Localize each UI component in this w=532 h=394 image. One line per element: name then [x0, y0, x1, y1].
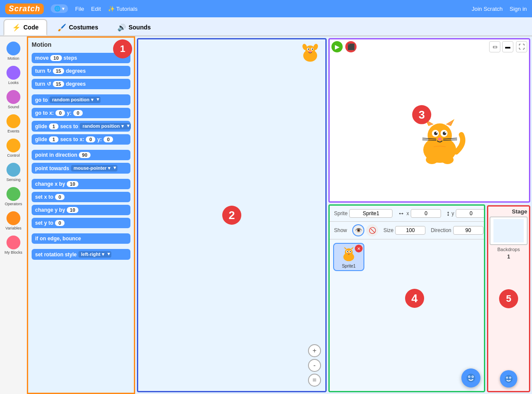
- sprite-name-input[interactable]: [349, 209, 393, 218]
- svg-point-27: [441, 155, 454, 164]
- category-control[interactable]: Control: [5, 137, 22, 159]
- bottom-panels: 4 Sprite ↔ x ↕ y: [328, 203, 532, 394]
- svg-point-21: [438, 138, 441, 140]
- sprite-y-field: ↕ y: [446, 209, 485, 218]
- tab-sounds-label: Sounds: [129, 24, 151, 31]
- join-scratch-button[interactable]: Join Scratch: [472, 6, 503, 12]
- svg-point-4: [308, 48, 309, 50]
- fullscreen-button[interactable]: ⛶: [516, 41, 527, 52]
- category-looks[interactable]: Looks: [5, 64, 22, 87]
- top-navigation: Scratch 🌐 ▾ File Edit ✨ Tutorials Join S…: [0, 0, 532, 17]
- svg-point-26: [426, 155, 438, 164]
- category-control-label: Control: [7, 153, 19, 158]
- category-operators-label: Operators: [5, 202, 22, 206]
- add-sprite-button[interactable]: [461, 368, 480, 388]
- large-stage-button[interactable]: ▬: [502, 41, 513, 52]
- green-flag-button[interactable]: ▶: [331, 41, 343, 52]
- sprite-x-input[interactable]: [411, 209, 441, 218]
- svg-point-36: [348, 253, 350, 254]
- x-arrow-icon: ↔: [398, 210, 405, 217]
- backdrop-thumbnail[interactable]: [490, 216, 528, 245]
- edit-menu-button[interactable]: Edit: [91, 6, 101, 12]
- svg-point-39: [469, 376, 470, 377]
- block-point-towards[interactable]: point towards mouse-pointer ▾: [32, 163, 130, 174]
- category-motion[interactable]: Motion: [5, 40, 22, 62]
- svg-line-25: [443, 140, 457, 140]
- block-set-rotation[interactable]: set rotation style left-right ▾: [32, 249, 130, 260]
- zoom-fit-button[interactable]: =: [308, 374, 321, 387]
- file-menu-button[interactable]: File: [75, 6, 84, 12]
- svg-marker-31: [351, 247, 354, 249]
- size-input[interactable]: [395, 226, 425, 235]
- block-bounce[interactable]: if on edge, bounce: [32, 233, 130, 244]
- show-label: Show: [334, 227, 347, 233]
- sprite-delete-button[interactable]: ✕: [355, 245, 363, 252]
- right-side: 3 ▶ ⬛ ▭ ▬ ⛶: [328, 36, 532, 394]
- sign-in-button[interactable]: Sign in: [509, 6, 527, 12]
- badge-2: 2: [222, 206, 241, 225]
- svg-point-10: [428, 123, 452, 148]
- svg-point-45: [506, 377, 507, 378]
- block-set-x[interactable]: set x to 0: [32, 192, 130, 202]
- category-sensing[interactable]: Sensing: [5, 161, 23, 184]
- sprite-y-label: y: [451, 210, 454, 216]
- tab-code-label: Code: [23, 24, 39, 31]
- svg-point-20: [445, 132, 446, 133]
- block-change-x[interactable]: change x by 10: [32, 179, 130, 189]
- category-events[interactable]: Events: [5, 113, 22, 135]
- code-tab-icon: ⚡: [12, 23, 21, 32]
- tutorials-button[interactable]: ✨ Tutorials: [108, 6, 138, 12]
- backdrops-label: Backdrops: [497, 247, 520, 252]
- code-area[interactable]: 2 + - =: [137, 38, 327, 392]
- category-sound[interactable]: Sound: [5, 88, 22, 111]
- category-operators[interactable]: Operators: [3, 185, 24, 208]
- sprite-item-name: Sprite1: [342, 264, 356, 268]
- sprite-item-sprite1[interactable]: ✕: [333, 243, 364, 271]
- small-stage-button[interactable]: ▭: [489, 41, 500, 52]
- block-turn-cw[interactable]: turn ↻ 15 degrees: [32, 66, 130, 76]
- zoom-controls: + - =: [308, 344, 321, 387]
- category-looks-label: Looks: [8, 81, 19, 85]
- blocks-panel: 1 Motion move 10 steps turn ↻ 15 degrees…: [27, 36, 135, 394]
- direction-input[interactable]: [453, 226, 483, 235]
- sprites-grid: ✕: [330, 239, 484, 275]
- block-go-to-xy[interactable]: go to x: 0 y: 0: [32, 108, 130, 118]
- block-change-y[interactable]: change y by 10: [32, 205, 130, 215]
- block-glide-pos[interactable]: glide 1 secs to random position ▾: [32, 121, 130, 132]
- stage-size-buttons: ▭ ▬: [489, 41, 513, 52]
- stop-button[interactable]: ⬛: [345, 41, 357, 52]
- tab-costumes[interactable]: 🖌️ Costumes: [49, 19, 107, 36]
- zoom-out-button[interactable]: -: [308, 359, 321, 372]
- stage-sidebar: 5 Stage Backdrops 1: [487, 205, 530, 392]
- zoom-in-button[interactable]: +: [308, 344, 321, 357]
- size-label: Size: [383, 227, 393, 233]
- svg-point-29: [345, 249, 353, 256]
- category-variables[interactable]: Variables: [4, 210, 23, 232]
- svg-point-34: [347, 251, 348, 252]
- block-turn-ccw[interactable]: turn ↺ 15 degrees: [32, 79, 130, 89]
- block-go-to[interactable]: go to random position ▾: [32, 94, 130, 105]
- sprite-y-input[interactable]: [456, 209, 485, 218]
- svg-point-43: [505, 375, 513, 383]
- stage-controls: ▶ ⬛: [331, 41, 357, 52]
- show-visible-button[interactable]: 👁️: [352, 224, 364, 236]
- block-categories-panel: Motion Looks Sound Events Control Sensin…: [0, 36, 27, 394]
- block-set-y[interactable]: set y to 0: [32, 218, 130, 228]
- block-point-dir[interactable]: point in direction 90: [32, 150, 130, 160]
- tab-code[interactable]: ⚡ Code: [3, 19, 47, 36]
- language-button[interactable]: 🌐 ▾: [51, 4, 68, 13]
- sprite-name-label: Sprite: [334, 210, 347, 216]
- category-my-blocks[interactable]: My Blocks: [3, 234, 24, 256]
- stage-area: 3 ▶ ⬛ ▭ ▬ ⛶: [328, 38, 530, 203]
- add-backdrop-button[interactable]: [500, 370, 517, 388]
- svg-point-47: [510, 377, 511, 378]
- tab-sounds[interactable]: 🔊 Sounds: [109, 19, 159, 36]
- svg-point-5: [312, 48, 313, 50]
- scratch-logo[interactable]: Scratch: [5, 3, 44, 14]
- direction-label: Direction: [431, 227, 451, 233]
- badge-1: 1: [113, 39, 132, 58]
- nav-right-actions: Join Scratch Sign in: [472, 6, 527, 12]
- show-hidden-button[interactable]: 🚫: [366, 224, 378, 236]
- svg-marker-30: [344, 247, 347, 249]
- block-glide-xy[interactable]: glide 1 secs to x: 0 y: 0: [32, 134, 130, 145]
